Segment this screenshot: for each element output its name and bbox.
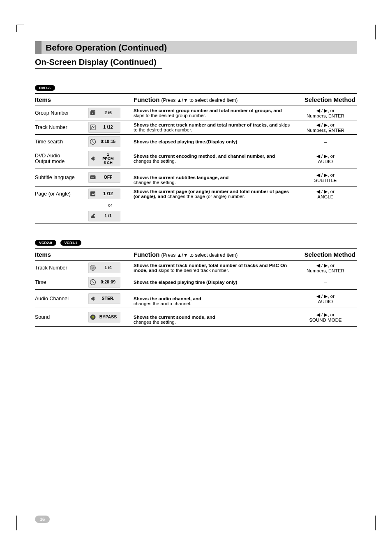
- th-selection: Selection Method: [295, 94, 357, 106]
- cell-function: Shows the elapsed playing time (Display …: [134, 275, 295, 290]
- badge: VCD1.1: [60, 240, 82, 246]
- cell-function: Shows the current group number and total…: [134, 106, 295, 120]
- sound-icon: [89, 313, 97, 321]
- func-bold: Shows the current track number and total…: [134, 122, 278, 127]
- subheader-main: On-Screen Display: [35, 58, 108, 67]
- subheader: On-Screen Display (Continued): [35, 58, 357, 67]
- cell-item: Subtitle language: [35, 168, 88, 187]
- group-icon: [89, 109, 97, 117]
- sel-line1: –: [324, 138, 327, 145]
- sel-line2: Numbers, ENTER: [307, 128, 344, 133]
- subheader-rule: [35, 68, 162, 69]
- cell-selection: ◀ / ▶, or Numbers, ENTER: [295, 106, 357, 120]
- th-func-label: Function: [134, 251, 159, 258]
- pill-text: 1 /12: [98, 125, 118, 129]
- osd-pill: BYPASS: [88, 312, 120, 322]
- cell-selection: ◀ / ▶, or SUBTITLE: [295, 168, 357, 187]
- cell-function: Shows the current sound mode, and change…: [134, 308, 295, 327]
- osd-pill: 1 /1: [88, 211, 120, 221]
- pill-text: OFF: [98, 175, 118, 180]
- th-func-label: Function: [134, 96, 159, 103]
- th-func-hint: (Press ▲/▼ to select desired item): [161, 252, 238, 258]
- table-row: Sound BYPASS Shows the current sound mod…: [35, 308, 357, 327]
- osd-table-2: Items Function (Press ▲/▼ to select desi…: [35, 248, 357, 327]
- cell-selection: ◀ / ▶, or Numbers, ENTER: [295, 120, 357, 135]
- sel-line1: ◀ / ▶, or: [316, 189, 334, 194]
- func-rest: changes the setting.: [134, 159, 176, 164]
- or-label: or: [88, 201, 134, 209]
- page-number: 16: [35, 516, 50, 523]
- table-row: Track Number 1 /4 Shows the current trac…: [35, 261, 357, 275]
- func-bold: Shows the elapsed playing time.(Display …: [134, 139, 237, 144]
- pill-text: 0:10:15: [98, 139, 118, 144]
- cell-pill: 1 PPCM 5 CH: [88, 149, 134, 168]
- page-number-value: 16: [35, 516, 50, 523]
- table-row-or: or: [35, 201, 357, 209]
- table-row: Group Number 2 /6 Shows the current grou…: [35, 106, 357, 120]
- cell-pill: 0:10:15: [88, 135, 134, 149]
- section-header: Before Operation (Continued): [35, 41, 357, 54]
- cell-pill: 1 /12: [88, 187, 134, 201]
- cell-pill: 1 /1: [88, 209, 134, 223]
- sel-line2: AUDIO: [318, 299, 333, 304]
- sel-line2: SUBTITLE: [314, 178, 337, 183]
- cell-function: Shows the current track number, total nu…: [134, 261, 295, 275]
- cell-function: Shows the current subtitles language, an…: [134, 168, 295, 187]
- table-row: Page (or Angle) 1 /12 Shows the current …: [35, 187, 357, 201]
- cell-selection: ◀ / ▶, or ANGLE: [295, 187, 357, 201]
- pill-text: BYPASS: [98, 315, 118, 319]
- osd-pill: 1 PPCM 5 CH: [88, 151, 120, 166]
- th-items: Items: [35, 249, 134, 261]
- osd-pill: 0:10:15: [88, 136, 120, 147]
- cell-function: Shows the current encoding method, and c…: [134, 149, 295, 168]
- osd-pill: OFF: [88, 172, 120, 183]
- sel-line1: –: [324, 279, 327, 286]
- table-row: Track Number 1 /12 Shows the current tra…: [35, 120, 357, 135]
- func-bold: Shows the current sound mode, and: [134, 315, 215, 320]
- cell-item: Audio Channel: [35, 290, 88, 308]
- th-items: Items: [35, 94, 134, 106]
- cell-function: Shows the current track number and total…: [134, 120, 295, 135]
- sel-line1: ◀ / ▶, or: [316, 173, 334, 177]
- table-row: Time search 0:10:15 Shows the elapsed pl…: [35, 135, 357, 149]
- func-rest: changes the setting.: [134, 180, 176, 185]
- osd-pill: 1 /12: [88, 189, 120, 199]
- track-icon: [89, 124, 97, 131]
- cell-pill: 0:20:09: [88, 275, 134, 290]
- sel-line2: ANGLE: [318, 194, 334, 199]
- th-func-hint: (Press ▲/▼ to select desired item): [161, 97, 238, 103]
- func-bold: Shows the current subtitles language, an…: [134, 175, 228, 180]
- subheader-continued: (Continued): [110, 58, 156, 67]
- angle-icon: [89, 212, 97, 220]
- sel-line2: Numbers, ENTER: [307, 268, 344, 273]
- osd-pill: 1 /12: [88, 122, 120, 133]
- table-row: DVD Audio Output mode 1 PPCM 5 CH Shows …: [35, 149, 357, 168]
- osd-pill: STER.: [88, 293, 120, 304]
- func-bold: Shows the audio channel, and: [134, 296, 201, 301]
- cell-item: Time: [35, 275, 88, 290]
- osd-pill: 2 /6: [88, 108, 120, 118]
- subtitle-icon: [89, 174, 97, 181]
- sel-line1: ◀ / ▶, or: [316, 312, 334, 317]
- page-icon: [89, 190, 97, 198]
- pill-text: 0:20:09: [98, 280, 118, 284]
- func-rest: changes the setting.: [134, 320, 176, 325]
- cell-item: Group Number: [35, 106, 88, 120]
- func-bold: Shows the current encoding method, and c…: [134, 154, 275, 159]
- pill-text: 1 PPCM 5 CH: [98, 152, 118, 165]
- cell-pill: 1 /4: [88, 261, 134, 275]
- osd-pill: 1 /4: [88, 263, 120, 273]
- cell-selection: ◀ / ▶, or AUDIO: [295, 290, 357, 308]
- cell-pill: OFF: [88, 168, 134, 187]
- tiny-mark: .: [35, 78, 357, 81]
- cell-item: Track Number: [35, 261, 88, 275]
- pill-text: STER.: [98, 296, 118, 301]
- cell-pill: BYPASS: [88, 308, 134, 327]
- func-rest: changes the page (or angle) number.: [166, 194, 245, 199]
- sel-line2: AUDIO: [318, 159, 333, 164]
- func-rest: skips to the desired group number.: [134, 113, 206, 118]
- cell-selection: –: [295, 275, 357, 290]
- th-selection: Selection Method: [295, 249, 357, 261]
- badge-row-2: VCD2.0 VCD1.1: [35, 240, 357, 246]
- header-title: Before Operation (Continued): [42, 41, 357, 54]
